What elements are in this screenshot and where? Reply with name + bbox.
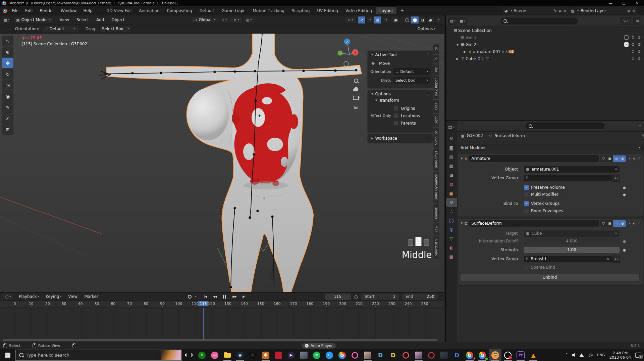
bone-envelopes-checkbox[interactable] <box>524 209 529 214</box>
unbind-button[interactable]: Unbind <box>461 274 639 281</box>
disclosure-icon[interactable]: ▶ <box>455 57 460 60</box>
render-display-toggle[interactable]: ⊚ <box>620 155 626 162</box>
auto-keying-toggle[interactable] <box>188 295 192 299</box>
vertex-groups-checkbox[interactable]: ✓ <box>524 201 529 206</box>
action-center-icon[interactable]: 5 <box>635 353 641 358</box>
tool-cursor[interactable]: ⊕ <box>2 47 13 57</box>
properties-tab-physics[interactable]: ◯ <box>446 216 457 225</box>
shading-rendered-button[interactable]: ◕ <box>426 16 434 24</box>
tool-measure[interactable]: ∠ <box>2 113 13 124</box>
transform-orientation-dropdown[interactable]: ⊿ Global▾ <box>191 16 218 24</box>
animate-dot[interactable]: ● <box>623 186 626 189</box>
ts-orientation-dropdown[interactable]: ⊥ Default ▾ <box>42 25 78 33</box>
clear-icon[interactable]: ✕ <box>615 168 618 171</box>
maximize-button[interactable]: ▢ <box>617 0 631 6</box>
app-figure-app[interactable] <box>298 349 310 361</box>
view-layer-selector[interactable]: ▦▾ RenderLayer ⧉ ✕ <box>569 7 637 14</box>
copy-icon[interactable]: ⧉ <box>559 9 561 13</box>
ts-drag-dropdown[interactable]: Select Box ▾ <box>99 25 131 33</box>
outliner-row-girl-2[interactable]: ▼▤Girl 2✓⊙⊚ <box>446 41 644 48</box>
hide-eye-icon[interactable]: ⊙ <box>632 49 635 54</box>
drag-handle-icon[interactable]: ⠿ <box>638 222 641 225</box>
preserve-volume-checkbox[interactable]: ✓ <box>524 185 529 190</box>
viewport-menu-select[interactable]: Select <box>73 17 93 22</box>
filter-button[interactable]: ▽▾ <box>621 17 631 25</box>
timeline-scrollbar[interactable] <box>3 339 438 341</box>
menu-render[interactable]: Render <box>36 6 57 15</box>
app-spotify[interactable]: ≋ <box>310 349 323 361</box>
sidebar-tab-light[interactable]: Light <box>433 114 439 127</box>
invert-vertex-group-button[interactable]: ↔ <box>612 256 620 263</box>
collapse-icon[interactable]: ▼ <box>461 222 463 225</box>
outliner-row-armature-001[interactable]: ▶⋔armature.001λλ▽2⊙⊚ <box>446 48 644 55</box>
pin-icon[interactable]: ✎ <box>554 9 557 13</box>
animate-dot[interactable]: ● <box>623 248 626 252</box>
app-red-app[interactable] <box>272 349 285 361</box>
pin-icon[interactable]: ✎ <box>642 134 644 138</box>
wifi-icon[interactable] <box>579 353 584 357</box>
outliner-row-girl-1[interactable]: ▤Girl 1⊙⊚ <box>446 34 644 41</box>
app-chrome-green[interactable]: ● <box>476 349 489 361</box>
disable-render-icon[interactable]: ⊚ <box>638 42 641 47</box>
visibility-dropdown[interactable]: ⊙▾ <box>344 16 356 24</box>
collapse-icon[interactable]: ▼ <box>371 53 373 56</box>
properties-tab-world[interactable]: ◍ <box>446 180 457 189</box>
tool-move[interactable]: ↔↕ <box>2 58 13 68</box>
workspace-tab-scripting[interactable]: Scripting <box>288 7 313 14</box>
start-button[interactable] <box>0 349 15 361</box>
minimize-button[interactable]: — <box>604 0 617 6</box>
properties-tab-render[interactable]: ◙ <box>446 143 457 152</box>
workspace-tab-animation[interactable]: Animation <box>136 7 163 14</box>
proportional-edit-button[interactable]: ◎▾ <box>245 16 253 24</box>
timeline-ruler[interactable]: 0102030405060708090100110120130140150160… <box>0 301 444 308</box>
viewport-menu-add[interactable]: Add <box>93 17 108 22</box>
task-view-button[interactable] <box>182 349 196 361</box>
realtime-display-toggle[interactable]: ▭ <box>613 220 620 227</box>
origins-checkbox[interactable] <box>393 106 398 111</box>
sidebar-tab-bone-phys[interactable]: Bone Phys <box>433 148 439 171</box>
invert-vertex-group-button[interactable]: ↔ <box>612 175 620 182</box>
animate-dot[interactable]: ● <box>623 193 626 196</box>
editor-type-button[interactable]: ◷▾ <box>3 293 13 301</box>
pan-hand-icon[interactable] <box>354 87 358 91</box>
jump-to-end-button[interactable]: ▶| <box>241 295 247 298</box>
workspace-tab-compositing[interactable]: Compositing <box>163 7 195 14</box>
viewport-menu-object[interactable]: Object <box>108 17 128 22</box>
exclude-checkbox[interactable] <box>624 35 629 40</box>
keying-dropdown-icon[interactable]: ▾ <box>195 295 197 298</box>
menu-edit[interactable]: Edit <box>22 6 36 15</box>
drag-handle-icon[interactable]: ⠿ <box>638 157 641 160</box>
timeline-menu-keying[interactable]: Keying▾ <box>42 292 65 301</box>
app-vlc[interactable]: ▲ <box>527 349 540 361</box>
app-convertio[interactable]: C <box>323 349 336 361</box>
breadcrumb-modifier[interactable]: SurfaceDeform <box>495 133 525 138</box>
app-explorer[interactable] <box>221 349 234 361</box>
playhead-badge[interactable]: 115 <box>198 301 209 306</box>
end-frame-field[interactable]: End250 <box>402 294 438 300</box>
properties-tab-particles[interactable]: ∴ <box>446 207 457 216</box>
app-o-ring-red[interactable] <box>399 349 412 361</box>
sidebar-tab-bone-dynamics[interactable]: Bone Dynamics <box>433 172 439 203</box>
new-collection-button[interactable]: ⊞ <box>633 17 641 25</box>
tool-add-cube[interactable]: ⊞ <box>2 124 13 135</box>
multi-modifier-checkbox[interactable] <box>524 192 529 197</box>
armature-object-field[interactable]: ▣armature.001 ✕ <box>524 166 620 173</box>
app-d-ring-blue[interactable]: D <box>374 349 387 361</box>
timeline-menu-playback[interactable]: Playback▾ <box>15 292 42 301</box>
pivot-point-button[interactable]: ⊙▾ <box>220 16 228 24</box>
show-gizmo-toggle[interactable]: ↗ <box>358 16 366 24</box>
overlays-dropdown[interactable]: ▾ <box>383 16 388 24</box>
shading-solid-button[interactable]: ⬤ <box>411 16 419 24</box>
hide-eye-icon[interactable]: ⊙ <box>632 56 635 61</box>
app-red-circle-app[interactable] <box>425 349 438 361</box>
sidebar-tab-simplica[interactable]: Simplica <box>433 128 439 147</box>
editor-type-button[interactable]: ▦▾ <box>3 16 11 24</box>
disable-render-icon[interactable]: ⊚ <box>638 35 641 40</box>
modifier-name-field[interactable]: SurfaceDeform <box>469 220 599 227</box>
properties-search[interactable] <box>526 123 605 129</box>
unlink-icon[interactable]: ✕ <box>564 9 567 13</box>
hide-eye-icon[interactable]: ⊙ <box>632 42 635 47</box>
app-obs[interactable] <box>501 349 514 361</box>
snap-magnet-button[interactable]: ∩▾ <box>230 16 243 24</box>
options-dropdown-icon[interactable]: ▾ <box>639 125 641 127</box>
